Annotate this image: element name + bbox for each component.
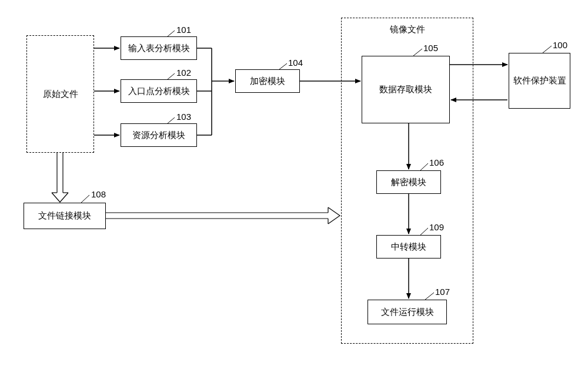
mirror-file-title: 镜像文件 xyxy=(390,24,425,35)
encrypt-module-box: 加密模块 xyxy=(235,69,300,93)
id-100: 100 xyxy=(553,40,567,50)
encrypt-module-label: 加密模块 xyxy=(250,76,285,87)
entry-point-module-label: 入口点分析模块 xyxy=(128,86,190,97)
diagram-canvas: 原始文件 输入表分析模块 101 入口点分析模块 102 资源分析模块 103 … xyxy=(0,0,588,376)
original-file-box: 原始文件 xyxy=(26,35,94,153)
software-protect-box: 软件保护装置 xyxy=(509,53,570,109)
id-103: 103 xyxy=(176,112,191,122)
resource-module-box: 资源分析模块 xyxy=(121,123,197,147)
file-run-module-label: 文件运行模块 xyxy=(381,307,434,318)
id-107: 107 xyxy=(435,287,450,297)
id-101: 101 xyxy=(176,25,191,35)
id-105: 105 xyxy=(423,43,438,53)
relay-module-label: 中转模块 xyxy=(391,241,426,253)
input-table-module-box: 输入表分析模块 xyxy=(121,36,197,60)
data-access-module-label: 数据存取模块 xyxy=(379,84,432,95)
resource-module-label: 资源分析模块 xyxy=(132,130,185,141)
software-protect-label: 软件保护装置 xyxy=(513,75,566,86)
file-link-module-box: 文件链接模块 xyxy=(24,203,106,229)
id-108: 108 xyxy=(91,189,106,199)
relay-module-box: 中转模块 xyxy=(376,235,441,258)
decrypt-module-label: 解密模块 xyxy=(391,177,426,188)
file-run-module-box: 文件运行模块 xyxy=(368,300,447,324)
file-link-module-label: 文件链接模块 xyxy=(38,210,91,221)
original-file-label: 原始文件 xyxy=(43,89,78,100)
entry-point-module-box: 入口点分析模块 xyxy=(121,79,197,103)
decrypt-module-box: 解密模块 xyxy=(376,170,441,194)
input-table-module-label: 输入表分析模块 xyxy=(128,43,190,54)
id-109: 109 xyxy=(429,222,444,232)
id-104: 104 xyxy=(288,58,303,68)
id-102: 102 xyxy=(176,68,191,78)
data-access-module-box: 数据存取模块 xyxy=(362,56,450,123)
id-106: 106 xyxy=(429,157,444,167)
